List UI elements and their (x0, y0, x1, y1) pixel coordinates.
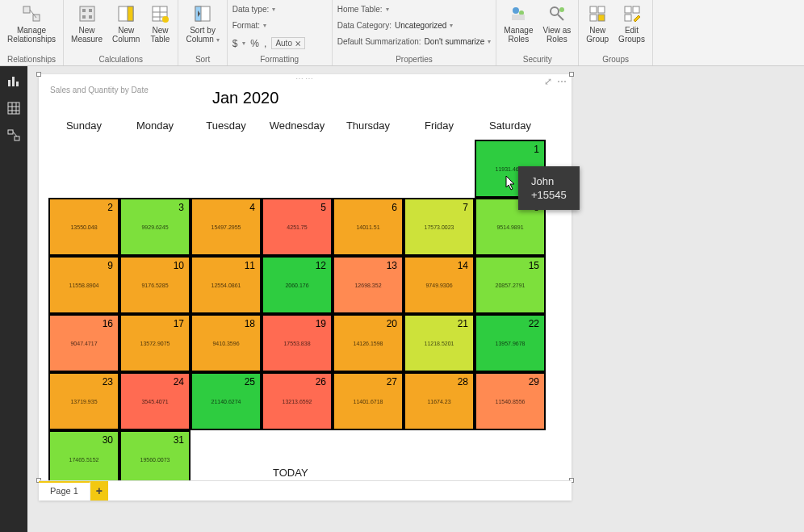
default-summarization-dropdown[interactable]: Default Summarization: Don't summarize ▾ (337, 34, 492, 48)
day-number: 26 (316, 376, 326, 387)
svg-rect-30 (8, 80, 10, 86)
calendar-cell[interactable]: 1112554.0861 (191, 256, 262, 314)
svg-rect-3 (80, 6, 94, 21)
day-number: 13 (387, 260, 397, 271)
comma-button[interactable]: , (264, 38, 266, 49)
calendar-cell[interactable]: 169047.4717 (48, 314, 119, 372)
day-number: 24 (174, 376, 184, 387)
calendar-cell[interactable]: 717573.0023 (404, 198, 475, 256)
calendar-cell-empty (333, 140, 404, 198)
day-value: 4251.75 (263, 224, 331, 230)
view-as-roles-button[interactable]: View as Roles (540, 2, 573, 45)
home-table-dropdown[interactable]: Home Table: ▾ (337, 2, 492, 16)
calendar-cell[interactable]: 415497.2955 (191, 198, 262, 256)
svg-rect-29 (625, 15, 631, 21)
sort-by-column-button[interactable]: Sort by Column ▾ (183, 2, 221, 46)
calendar-cell[interactable]: 1312698.352 (333, 256, 404, 314)
calendar-cell[interactable]: 2521140.6274 (191, 372, 262, 430)
day-value: 13572.9075 (121, 341, 189, 346)
manage-roles-button[interactable]: Manage Roles (501, 2, 535, 45)
currency-button[interactable]: $ (232, 38, 238, 49)
calendar-cell[interactable]: 189410.3596 (191, 314, 262, 372)
new-column-button[interactable]: New Column (110, 2, 142, 45)
report-view-icon[interactable] (6, 73, 22, 89)
day-header: Friday (404, 116, 475, 140)
visual-drag-handle[interactable]: ⋯⋯ (295, 74, 315, 83)
day-number: 2 (107, 202, 113, 213)
day-number: 11 (245, 260, 255, 271)
day-value: 20857.2791 (476, 283, 544, 288)
calendar-cell[interactable]: 2313719.935 (48, 372, 119, 430)
focus-mode-icon[interactable]: ⤢ (544, 76, 552, 87)
decimals-input[interactable]: Auto ⨯ (271, 37, 304, 49)
new-table-button[interactable]: New Table (147, 2, 173, 45)
percent-button[interactable]: % (250, 38, 259, 49)
svg-rect-28 (633, 6, 639, 13)
report-page[interactable]: ⋯⋯ ⤢ ⋯ Sales and Quantity by Date Jan 20… (39, 74, 572, 501)
group-edit-icon (622, 3, 643, 24)
svg-rect-26 (598, 15, 605, 21)
today-label: TODAY (273, 467, 308, 479)
data-type-dropdown[interactable]: Data type: ▾ (232, 2, 327, 16)
add-page-button[interactable]: + (90, 481, 108, 501)
format-dropdown[interactable]: Format: ▾ (232, 18, 327, 32)
ribbon-group-properties: Home Table: ▾ Data Category: Uncategoriz… (333, 0, 497, 65)
svg-rect-0 (23, 6, 30, 13)
calendar-cell[interactable]: 2613213.6592 (262, 372, 333, 430)
svg-rect-32 (16, 82, 19, 86)
new-group-button[interactable]: New Group (584, 2, 611, 45)
calendar-cell[interactable]: 39929.6245 (119, 198, 191, 256)
day-number: 30 (103, 434, 113, 446)
data-view-icon[interactable] (6, 100, 22, 116)
data-category-dropdown[interactable]: Data Category: Uncategorized ▾ (337, 18, 492, 32)
group-label: Groups (602, 55, 629, 65)
day-value: 9047.4717 (50, 341, 118, 346)
calendar-cell[interactable]: 243545.4071 (119, 372, 191, 430)
new-measure-button[interactable]: New Measure (69, 2, 105, 45)
month-title: Jan 2020 (212, 89, 278, 107)
calendar-cell[interactable]: 109176.5285 (119, 256, 191, 314)
calendar-cell[interactable]: 1917553.838 (262, 314, 333, 372)
calendar-cell[interactable]: 2111218.5201 (404, 314, 475, 372)
manage-relationships-button[interactable]: Manage Relationships (5, 2, 58, 45)
day-value: 12698.352 (334, 283, 402, 288)
table-icon (149, 3, 170, 24)
day-number: 15 (529, 260, 539, 271)
day-value: 13957.9678 (476, 341, 544, 346)
calendar-cell[interactable]: 1713572.9075 (119, 314, 191, 372)
calendar-cell[interactable]: 2213957.9678 (475, 314, 546, 372)
model-view-icon[interactable] (6, 128, 22, 144)
day-value: 13550.048 (50, 224, 118, 230)
ribbon: Manage Relationships Relationships New M… (0, 0, 804, 66)
calendar-cell[interactable]: 2911540.8556 (475, 372, 546, 430)
view-as-icon (546, 3, 567, 24)
tooltip-line2: +15545 (531, 188, 567, 202)
group-new-icon (587, 3, 608, 24)
day-value: 13213.6592 (263, 399, 331, 404)
calendar-cell[interactable]: 122060.176 (262, 256, 333, 314)
day-value: 19560.0073 (121, 457, 189, 463)
calendar-cell[interactable]: 2711401.6718 (333, 372, 404, 430)
day-value: 15497.2955 (192, 224, 260, 230)
more-options-icon[interactable]: ⋯ (557, 76, 567, 87)
calendar-cell-empty (404, 140, 475, 198)
calendar-visual[interactable]: SundayMondayTuesdayWednesdayThursdayFrid… (48, 116, 546, 488)
calendar-cell[interactable]: 2811674.23 (404, 372, 475, 430)
tooltip-line1: John (531, 174, 567, 188)
calendar-cell[interactable]: 911558.8904 (48, 256, 119, 314)
calendar-cell[interactable]: 1520857.2791 (475, 256, 546, 314)
day-header: Saturday (475, 116, 546, 140)
calendar-cell[interactable]: 54251.75 (262, 198, 333, 256)
day-header: Thursday (333, 116, 404, 140)
visual-title: Sales and Quantity by Date (50, 86, 149, 94)
calendar-cell[interactable]: 149749.9306 (404, 256, 475, 314)
tab-page-1[interactable]: Page 1 (39, 481, 90, 501)
day-header: Monday (119, 116, 191, 140)
view-switcher (0, 66, 27, 532)
day-number: 14 (458, 260, 468, 271)
calendar-cell[interactable]: 2014126.1598 (333, 314, 404, 372)
calendar-cell[interactable]: 213550.048 (48, 198, 119, 256)
edit-groups-button[interactable]: Edit Groups (616, 2, 647, 45)
day-value: 9929.6245 (121, 224, 189, 230)
calendar-cell[interactable]: 614011.51 (333, 198, 404, 256)
